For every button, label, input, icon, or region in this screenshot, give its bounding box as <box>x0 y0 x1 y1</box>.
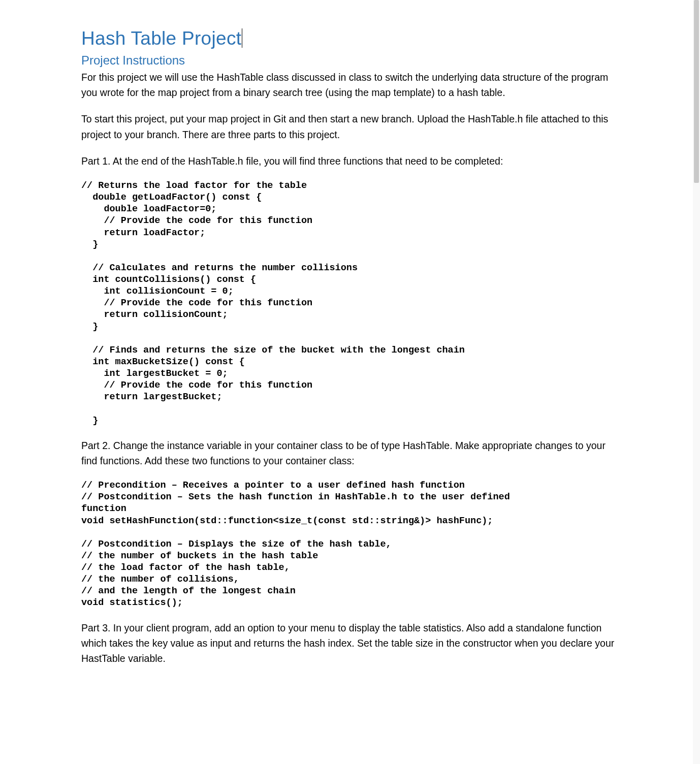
paragraph-part-2: Part 2. Change the instance variable in … <box>81 438 619 468</box>
document-page: Hash Table Project Project Instructions … <box>0 0 700 764</box>
paragraph-intro-1: For this project we will use the HashTab… <box>81 70 619 100</box>
vertical-scrollbar-track[interactable] <box>693 0 700 764</box>
page-title: Hash Table Project <box>81 28 619 49</box>
code-block-2: // Precondition – Receives a pointer to … <box>81 480 619 609</box>
paragraph-part-3: Part 3. In your client program, add an o… <box>81 620 619 666</box>
paragraph-part-1: Part 1. At the end of the HashTable.h fi… <box>81 153 619 169</box>
vertical-scrollbar-thumb[interactable] <box>694 0 699 183</box>
section-heading: Project Instructions <box>81 53 619 68</box>
text-cursor <box>242 28 242 48</box>
paragraph-intro-2: To start this project, put your map proj… <box>81 111 619 142</box>
title-text: Hash Table Project <box>81 28 241 49</box>
code-block-1: // Returns the load factor for the table… <box>81 180 619 427</box>
